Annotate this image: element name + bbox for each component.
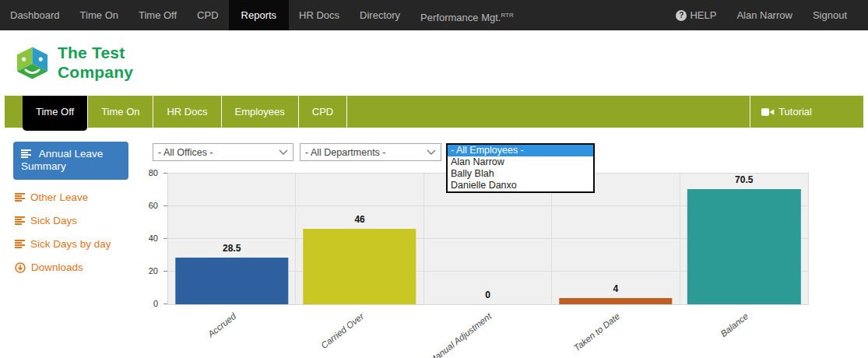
list-icon: [21, 149, 34, 160]
top-nav-hr-docs[interactable]: HR Docs: [289, 0, 350, 30]
employees-select-open: - All Employees - Alan Narrow Bally Blah…: [446, 143, 595, 193]
employees-option-all[interactable]: - All Employees -: [448, 145, 593, 156]
greenbar-spacer: [5, 96, 23, 128]
bar-carried-over: [303, 229, 416, 304]
app-window: Dashboard Time On Time Off CPD Reports H…: [0, 0, 868, 358]
bar-accrued: [175, 258, 288, 304]
sidebar-item-label: Sick Days by day: [30, 238, 111, 250]
bar-value-label-balance: 70.5: [680, 174, 808, 185]
y-axis-tick-label: 40: [142, 233, 158, 243]
tutorial-label: Tutorial: [778, 106, 812, 118]
y-axis-tick-mark: [163, 205, 167, 206]
company-name: The Test Company: [58, 43, 133, 82]
chevron-down-icon: [279, 149, 288, 155]
tutorial-button[interactable]: Tutorial: [750, 96, 823, 128]
y-axis-tick-label: 20: [142, 266, 158, 276]
employees-option-danielle-danxo[interactable]: Danielle Danxo: [448, 180, 593, 191]
bar-value-label-accrued: 28.5: [168, 243, 295, 254]
signout-link[interactable]: Signout: [803, 0, 857, 30]
top-nav-cpd[interactable]: CPD: [187, 0, 228, 30]
chevron-down-icon: [427, 149, 436, 155]
list-icon: [15, 193, 25, 202]
brand: The Test Company: [14, 43, 133, 82]
top-nav-reports[interactable]: Reports: [229, 0, 290, 30]
sidebar-item-downloads[interactable]: Downloads: [13, 261, 128, 273]
list-icon: [15, 240, 25, 248]
y-axis-tick-label: 80: [142, 168, 158, 177]
tab-time-off[interactable]: Time Off: [23, 96, 88, 131]
employees-option-alan-narrow[interactable]: Alan Narrow: [448, 156, 593, 168]
tab-time-on[interactable]: Time On: [88, 96, 153, 128]
employees-option-bally-blah[interactable]: Bally Blah: [448, 168, 593, 180]
x-axis-label-taken-to-date: Taken to Date: [572, 311, 621, 353]
sidebar-item-label: Sick Days: [30, 215, 77, 226]
chart-column-carried-over: 46Carried Over: [296, 174, 423, 304]
offices-select[interactable]: - All Offices -: [153, 143, 293, 161]
performance-mgt-sup: RTR: [501, 12, 513, 19]
top-nav-time-off[interactable]: Time Off: [128, 0, 187, 30]
sidebar-item-label: Downloads: [31, 261, 83, 273]
company-name-line1: The Test: [58, 43, 133, 62]
y-axis-tick-mark: [163, 238, 167, 239]
y-axis-tick-label: 0: [142, 299, 158, 308]
help-question-icon: ?: [676, 10, 687, 21]
departments-select-value: - All Departments -: [305, 147, 386, 158]
sidebar-item-sick-days[interactable]: Sick Days: [13, 215, 128, 226]
top-nav-right: ?HELP Alan Narrow Signout: [666, 0, 857, 30]
departments-select[interactable]: - All Departments -: [300, 143, 441, 161]
chart-column-accrued: 28.5Accrued: [168, 174, 296, 304]
x-axis-label-accrued: Accrued: [206, 311, 237, 339]
bar-balance: [687, 189, 801, 304]
top-nav-time-on[interactable]: Time On: [70, 0, 128, 30]
list-icon: [15, 216, 25, 225]
chart-column-manual-adjustment: 0Manual Adjustment: [424, 174, 552, 304]
top-nav-directory[interactable]: Directory: [350, 0, 410, 30]
company-logo-icon: [14, 44, 51, 81]
x-axis-label-balance: Balance: [719, 311, 750, 339]
help-link[interactable]: ?HELP: [666, 0, 726, 30]
top-nav-left: Dashboard Time On Time Off CPD Reports H…: [0, 0, 524, 30]
y-axis-tick-label: 60: [142, 201, 158, 210]
sidebar-item-other-leave[interactable]: Other Leave: [13, 191, 128, 203]
offices-select-value: - All Offices -: [158, 147, 213, 158]
x-axis-label-manual-adjustment: Manual Adjustment: [427, 311, 494, 358]
y-axis-tick-mark: [163, 173, 167, 174]
bar-value-label-manual-adjustment: 0: [424, 290, 551, 300]
top-nav-performance-mgt[interactable]: Performance Mgt.RTR: [410, 0, 524, 30]
sidebar-item-label: Other Leave: [30, 191, 88, 203]
performance-mgt-label: Performance Mgt.: [420, 12, 501, 23]
x-axis-label-carried-over: Carried Over: [319, 311, 365, 350]
video-camera-icon: [761, 107, 775, 117]
sidebar-item-sick-days-by-day[interactable]: Sick Days by day: [13, 238, 128, 250]
help-label: HELP: [690, 0, 716, 30]
bar-taken-to-date: [559, 298, 672, 304]
user-menu[interactable]: Alan Narrow: [726, 0, 803, 30]
top-nav-bar: Dashboard Time On Time Off CPD Reports H…: [0, 0, 868, 30]
chart-y-axis: 020406080: [142, 173, 163, 304]
tab-hr-docs[interactable]: HR Docs: [153, 96, 221, 128]
y-axis-tick-mark: [163, 271, 167, 272]
report-sidebar: Annual Leave Summary Other Leave Sick Da…: [13, 142, 128, 273]
chart-column-taken-to-date: 4Taken to Date: [552, 174, 680, 304]
company-name-line2: Company: [58, 62, 133, 82]
sidebar-item-annual-leave-summary[interactable]: Annual Leave Summary: [13, 142, 128, 180]
tab-employees[interactable]: Employees: [222, 96, 299, 128]
bar-value-label-carried-over: 46: [296, 214, 423, 225]
download-icon: [15, 262, 26, 273]
tab-cpd[interactable]: CPD: [299, 96, 347, 128]
top-nav-dashboard[interactable]: Dashboard: [0, 0, 70, 30]
section-nav-bar: Time Off Time On HR Docs Employees CPD T…: [5, 96, 863, 128]
chart-column-balance: 70.5Balance: [680, 174, 808, 304]
bar-value-label-taken-to-date: 4: [552, 283, 679, 294]
y-axis-tick-mark: [163, 304, 167, 304]
